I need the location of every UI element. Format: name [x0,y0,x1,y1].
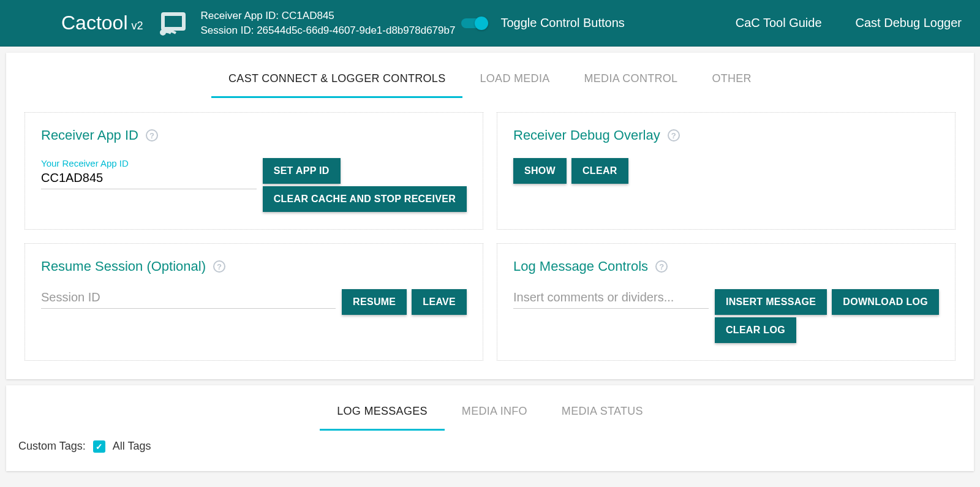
tab-log-messages[interactable]: LOG MESSAGES [320,399,445,431]
link-cac-tool-guide[interactable]: CaC Tool Guide [736,16,822,30]
card-title: Log Message Controls ? [513,259,939,274]
log-panel: LOG MESSAGES MEDIA INFO MEDIA STATUS Cus… [6,385,974,471]
controls-panel: CAST CONNECT & LOGGER CONTROLS LOAD MEDI… [6,53,974,379]
tab-load-media[interactable]: LOAD MEDIA [462,66,567,98]
app-header: Cactool v2 Receiver App ID: CC1AD845 Ses… [0,0,980,47]
help-icon[interactable]: ? [668,129,680,142]
leave-button[interactable]: LEAVE [412,289,467,315]
receiver-app-id-line: Receiver App ID: CC1AD845 [201,9,456,23]
toggle-label: Toggle Control Buttons [500,16,624,30]
card-title: Receiver App ID ? [41,127,467,143]
brand: Cactool v2 [61,12,143,34]
toggle-control-buttons[interactable]: Toggle Control Buttons [461,16,624,30]
link-cast-debug-logger[interactable]: Cast Debug Logger [856,16,962,30]
clear-log-button[interactable]: CLEAR LOG [715,317,796,343]
download-log-button[interactable]: DOWNLOAD LOG [832,289,939,315]
session-id-line: Session ID: 26544d5c-66d9-4607-9de1-d8b9… [201,23,456,38]
card-log-controls: Log Message Controls ? INSERT MESSAGE DO… [497,243,956,361]
resume-button[interactable]: RESUME [342,289,407,315]
receiver-app-id-input[interactable] [41,170,257,189]
insert-message-button[interactable]: INSERT MESSAGE [715,289,827,315]
card-title-text: Receiver Debug Overlay [513,127,660,143]
show-overlay-button[interactable]: SHOW [513,158,567,184]
set-app-id-button[interactable]: SET APP ID [263,158,341,184]
brand-name: Cactool [61,12,128,34]
help-icon[interactable]: ? [655,260,668,273]
cast-icon[interactable] [156,9,191,38]
card-title-text: Log Message Controls [513,259,648,274]
session-id-input[interactable] [41,289,336,309]
card-title: Resume Session (Optional) ? [41,259,467,274]
card-title-text: Receiver App ID [41,127,138,143]
card-resume-session: Resume Session (Optional) ? RESUME LEAVE [24,243,483,361]
custom-tags-label: Custom Tags: [18,440,86,453]
clear-cache-stop-button[interactable]: CLEAR CACHE AND STOP RECEIVER [263,186,467,212]
clear-overlay-button[interactable]: CLEAR [571,158,628,184]
card-debug-overlay: Receiver Debug Overlay ? SHOW CLEAR [497,112,956,230]
session-info: Receiver App ID: CC1AD845 Session ID: 26… [201,9,456,38]
tab-cast-connect[interactable]: CAST CONNECT & LOGGER CONTROLS [211,66,462,98]
card-title: Receiver Debug Overlay ? [513,127,939,143]
svg-point-2 [161,31,165,34]
card-receiver-app-id: Receiver App ID ? Your Receiver App ID S… [24,112,483,230]
main-tabs: CAST CONNECT & LOGGER CONTROLS LOAD MEDI… [6,53,974,99]
log-tabs: LOG MESSAGES MEDIA INFO MEDIA STATUS [6,385,974,431]
tab-media-control[interactable]: MEDIA CONTROL [567,66,695,98]
field-label: Your Receiver App ID [41,158,257,168]
toggle-knob [475,17,488,30]
help-icon[interactable]: ? [146,129,158,142]
svg-rect-1 [164,15,183,28]
help-icon[interactable]: ? [213,260,225,273]
toggle-switch[interactable] [461,18,487,28]
brand-version: v2 [132,20,143,32]
all-tags-checkbox[interactable]: ✓ [93,440,105,453]
card-title-text: Resume Session (Optional) [41,259,206,274]
tab-media-info[interactable]: MEDIA INFO [445,399,545,431]
log-filter: Custom Tags: ✓ All Tags [6,431,974,471]
tab-media-status[interactable]: MEDIA STATUS [545,399,660,431]
all-tags-label: All Tags [113,440,151,453]
log-comment-input[interactable] [513,289,709,309]
tab-other[interactable]: OTHER [695,66,769,98]
